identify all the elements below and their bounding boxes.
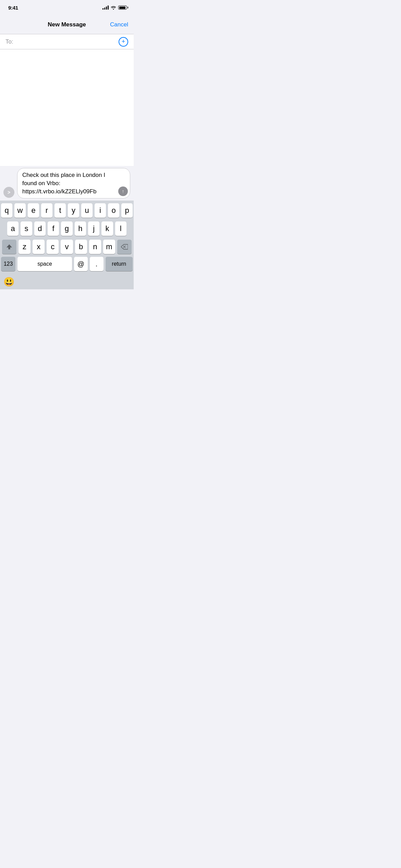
battery-icon (118, 5, 127, 10)
message-input[interactable]: Check out this place in London I found o… (17, 168, 130, 198)
key-r[interactable]: r (41, 203, 52, 218)
key-z[interactable]: z (19, 240, 31, 254)
space-key[interactable]: space (17, 257, 72, 271)
at-key[interactable]: @ (74, 257, 88, 271)
key-m[interactable]: m (103, 240, 115, 254)
at-label: @ (77, 260, 84, 268)
send-icon: ↑ (122, 189, 124, 194)
status-icons (102, 5, 127, 10)
expand-button[interactable]: > (3, 187, 14, 198)
key-x[interactable]: x (33, 240, 45, 254)
numbers-label: 123 (4, 261, 13, 267)
keyboard-row-3: z x c v b n m (1, 240, 133, 254)
keyboard: q w e r t y u i o p a s d f g h j k l z … (0, 201, 134, 275)
key-g[interactable]: g (61, 221, 72, 236)
key-b[interactable]: b (75, 240, 87, 254)
key-y[interactable]: y (68, 203, 79, 218)
to-field[interactable]: To: + (0, 34, 134, 49)
send-button[interactable]: ↑ (118, 186, 128, 196)
key-d[interactable]: d (34, 221, 46, 236)
key-c[interactable]: c (47, 240, 59, 254)
keyboard-row-2: a s d f g h j k l (1, 221, 133, 236)
keyboard-row-1: q w e r t y u i o p (1, 203, 133, 218)
add-recipient-button[interactable]: + (119, 37, 128, 47)
keyboard-extras-row: 😃 (0, 275, 134, 289)
chevron-right-icon: > (8, 190, 10, 195)
dot-label: . (96, 260, 98, 268)
key-h[interactable]: h (75, 221, 86, 236)
message-input-row: > Check out this place in London I found… (0, 166, 134, 201)
return-key[interactable]: return (106, 257, 133, 271)
compose-header: New Message Cancel (0, 15, 134, 34)
status-time: 9:41 (8, 5, 18, 11)
message-input-wrapper: Check out this place in London I found o… (17, 168, 130, 198)
keyboard-row-3-keys: z x c v b n m (19, 240, 115, 254)
key-p[interactable]: p (121, 203, 133, 218)
signal-icon (102, 5, 109, 10)
key-a[interactable]: a (7, 221, 19, 236)
key-o[interactable]: o (108, 203, 119, 218)
message-body-area[interactable] (0, 49, 134, 166)
dot-key[interactable]: . (90, 257, 104, 271)
key-e[interactable]: e (28, 203, 39, 218)
message-text: Check out this place in London I found o… (22, 172, 105, 195)
keyboard-bottom-row: 123 space @ . return (1, 257, 133, 271)
plus-icon: + (122, 38, 125, 45)
key-s[interactable]: s (21, 221, 32, 236)
backspace-key[interactable] (117, 240, 132, 254)
return-label: return (112, 261, 126, 267)
key-t[interactable]: t (54, 203, 66, 218)
space-label: space (37, 261, 52, 267)
recipient-input[interactable] (16, 38, 116, 45)
key-q[interactable]: q (1, 203, 12, 218)
emoji-button[interactable]: 😃 (3, 277, 14, 287)
key-w[interactable]: w (14, 203, 26, 218)
key-v[interactable]: v (61, 240, 73, 254)
key-i[interactable]: i (95, 203, 106, 218)
shift-key[interactable] (2, 240, 16, 254)
wifi-icon (111, 5, 116, 10)
numbers-key[interactable]: 123 (1, 257, 15, 271)
status-bar: 9:41 (0, 0, 134, 15)
cancel-button[interactable]: Cancel (110, 21, 128, 28)
key-k[interactable]: k (101, 221, 113, 236)
to-label: To: (5, 38, 13, 45)
key-l[interactable]: l (115, 221, 126, 236)
key-u[interactable]: u (81, 203, 93, 218)
key-n[interactable]: n (89, 240, 101, 254)
header-title: New Message (48, 21, 86, 28)
key-j[interactable]: j (88, 221, 99, 236)
key-f[interactable]: f (48, 221, 59, 236)
